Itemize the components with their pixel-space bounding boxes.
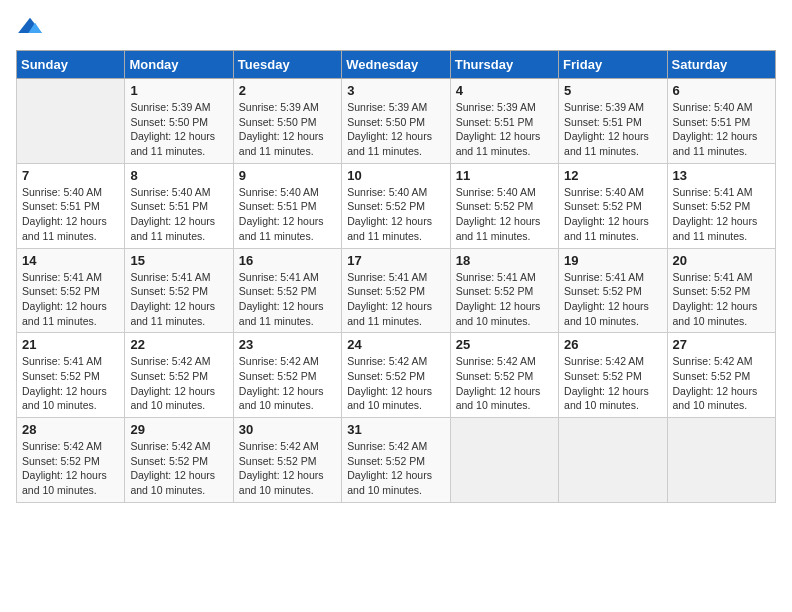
calendar-table: SundayMondayTuesdayWednesdayThursdayFrid…: [16, 50, 776, 503]
calendar-cell: 10Sunrise: 5:40 AM Sunset: 5:52 PM Dayli…: [342, 163, 450, 248]
day-info: Sunrise: 5:41 AM Sunset: 5:52 PM Dayligh…: [130, 270, 227, 329]
day-info: Sunrise: 5:41 AM Sunset: 5:52 PM Dayligh…: [22, 270, 119, 329]
day-info: Sunrise: 5:42 AM Sunset: 5:52 PM Dayligh…: [347, 354, 444, 413]
day-number: 16: [239, 253, 336, 268]
day-info: Sunrise: 5:42 AM Sunset: 5:52 PM Dayligh…: [22, 439, 119, 498]
calendar-day-header: Wednesday: [342, 51, 450, 79]
calendar-cell: 31Sunrise: 5:42 AM Sunset: 5:52 PM Dayli…: [342, 418, 450, 503]
calendar-day-header: Thursday: [450, 51, 558, 79]
calendar-cell: 11Sunrise: 5:40 AM Sunset: 5:52 PM Dayli…: [450, 163, 558, 248]
day-number: 23: [239, 337, 336, 352]
day-number: 19: [564, 253, 661, 268]
day-number: 8: [130, 168, 227, 183]
calendar-cell: 23Sunrise: 5:42 AM Sunset: 5:52 PM Dayli…: [233, 333, 341, 418]
day-info: Sunrise: 5:40 AM Sunset: 5:51 PM Dayligh…: [673, 100, 770, 159]
calendar-week-row: 28Sunrise: 5:42 AM Sunset: 5:52 PM Dayli…: [17, 418, 776, 503]
calendar-cell: 5Sunrise: 5:39 AM Sunset: 5:51 PM Daylig…: [559, 79, 667, 164]
day-info: Sunrise: 5:41 AM Sunset: 5:52 PM Dayligh…: [347, 270, 444, 329]
day-number: 11: [456, 168, 553, 183]
calendar-cell: 30Sunrise: 5:42 AM Sunset: 5:52 PM Dayli…: [233, 418, 341, 503]
day-number: 24: [347, 337, 444, 352]
calendar-cell: 13Sunrise: 5:41 AM Sunset: 5:52 PM Dayli…: [667, 163, 775, 248]
calendar-day-header: Friday: [559, 51, 667, 79]
day-number: 26: [564, 337, 661, 352]
calendar-cell: 25Sunrise: 5:42 AM Sunset: 5:52 PM Dayli…: [450, 333, 558, 418]
day-number: 29: [130, 422, 227, 437]
day-info: Sunrise: 5:41 AM Sunset: 5:52 PM Dayligh…: [564, 270, 661, 329]
calendar-cell: 22Sunrise: 5:42 AM Sunset: 5:52 PM Dayli…: [125, 333, 233, 418]
calendar-week-row: 1Sunrise: 5:39 AM Sunset: 5:50 PM Daylig…: [17, 79, 776, 164]
day-number: 2: [239, 83, 336, 98]
day-number: 18: [456, 253, 553, 268]
calendar-cell: 26Sunrise: 5:42 AM Sunset: 5:52 PM Dayli…: [559, 333, 667, 418]
calendar-cell: 14Sunrise: 5:41 AM Sunset: 5:52 PM Dayli…: [17, 248, 125, 333]
calendar-cell: [17, 79, 125, 164]
day-number: 3: [347, 83, 444, 98]
day-info: Sunrise: 5:39 AM Sunset: 5:51 PM Dayligh…: [564, 100, 661, 159]
day-info: Sunrise: 5:40 AM Sunset: 5:52 PM Dayligh…: [564, 185, 661, 244]
calendar-cell: 28Sunrise: 5:42 AM Sunset: 5:52 PM Dayli…: [17, 418, 125, 503]
day-info: Sunrise: 5:39 AM Sunset: 5:50 PM Dayligh…: [347, 100, 444, 159]
day-number: 1: [130, 83, 227, 98]
day-info: Sunrise: 5:42 AM Sunset: 5:52 PM Dayligh…: [673, 354, 770, 413]
calendar-cell: 15Sunrise: 5:41 AM Sunset: 5:52 PM Dayli…: [125, 248, 233, 333]
calendar-cell: 8Sunrise: 5:40 AM Sunset: 5:51 PM Daylig…: [125, 163, 233, 248]
calendar-cell: 7Sunrise: 5:40 AM Sunset: 5:51 PM Daylig…: [17, 163, 125, 248]
day-number: 6: [673, 83, 770, 98]
calendar-day-header: Saturday: [667, 51, 775, 79]
day-number: 9: [239, 168, 336, 183]
calendar-cell: 24Sunrise: 5:42 AM Sunset: 5:52 PM Dayli…: [342, 333, 450, 418]
calendar-cell: 12Sunrise: 5:40 AM Sunset: 5:52 PM Dayli…: [559, 163, 667, 248]
day-info: Sunrise: 5:42 AM Sunset: 5:52 PM Dayligh…: [456, 354, 553, 413]
calendar-cell: 2Sunrise: 5:39 AM Sunset: 5:50 PM Daylig…: [233, 79, 341, 164]
logo-icon: [16, 16, 44, 38]
day-number: 30: [239, 422, 336, 437]
calendar-week-row: 7Sunrise: 5:40 AM Sunset: 5:51 PM Daylig…: [17, 163, 776, 248]
calendar-cell: 20Sunrise: 5:41 AM Sunset: 5:52 PM Dayli…: [667, 248, 775, 333]
day-info: Sunrise: 5:41 AM Sunset: 5:52 PM Dayligh…: [456, 270, 553, 329]
calendar-week-row: 21Sunrise: 5:41 AM Sunset: 5:52 PM Dayli…: [17, 333, 776, 418]
calendar-cell: 21Sunrise: 5:41 AM Sunset: 5:52 PM Dayli…: [17, 333, 125, 418]
day-number: 17: [347, 253, 444, 268]
calendar-day-header: Tuesday: [233, 51, 341, 79]
day-info: Sunrise: 5:40 AM Sunset: 5:52 PM Dayligh…: [456, 185, 553, 244]
day-number: 14: [22, 253, 119, 268]
calendar-cell: [450, 418, 558, 503]
calendar-day-header: Sunday: [17, 51, 125, 79]
calendar-cell: [667, 418, 775, 503]
day-info: Sunrise: 5:40 AM Sunset: 5:52 PM Dayligh…: [347, 185, 444, 244]
day-info: Sunrise: 5:42 AM Sunset: 5:52 PM Dayligh…: [564, 354, 661, 413]
day-info: Sunrise: 5:42 AM Sunset: 5:52 PM Dayligh…: [130, 354, 227, 413]
day-number: 21: [22, 337, 119, 352]
logo: [16, 16, 48, 38]
page-header: [16, 16, 776, 38]
day-number: 22: [130, 337, 227, 352]
day-info: Sunrise: 5:39 AM Sunset: 5:50 PM Dayligh…: [239, 100, 336, 159]
calendar-cell: 29Sunrise: 5:42 AM Sunset: 5:52 PM Dayli…: [125, 418, 233, 503]
calendar-week-row: 14Sunrise: 5:41 AM Sunset: 5:52 PM Dayli…: [17, 248, 776, 333]
day-number: 5: [564, 83, 661, 98]
day-info: Sunrise: 5:42 AM Sunset: 5:52 PM Dayligh…: [130, 439, 227, 498]
day-number: 7: [22, 168, 119, 183]
day-number: 10: [347, 168, 444, 183]
calendar-cell: 6Sunrise: 5:40 AM Sunset: 5:51 PM Daylig…: [667, 79, 775, 164]
day-number: 4: [456, 83, 553, 98]
calendar-cell: 17Sunrise: 5:41 AM Sunset: 5:52 PM Dayli…: [342, 248, 450, 333]
day-info: Sunrise: 5:42 AM Sunset: 5:52 PM Dayligh…: [239, 439, 336, 498]
day-info: Sunrise: 5:41 AM Sunset: 5:52 PM Dayligh…: [673, 185, 770, 244]
calendar-header-row: SundayMondayTuesdayWednesdayThursdayFrid…: [17, 51, 776, 79]
calendar-cell: 27Sunrise: 5:42 AM Sunset: 5:52 PM Dayli…: [667, 333, 775, 418]
day-number: 13: [673, 168, 770, 183]
day-number: 27: [673, 337, 770, 352]
day-info: Sunrise: 5:39 AM Sunset: 5:50 PM Dayligh…: [130, 100, 227, 159]
day-number: 20: [673, 253, 770, 268]
day-info: Sunrise: 5:42 AM Sunset: 5:52 PM Dayligh…: [239, 354, 336, 413]
calendar-cell: 1Sunrise: 5:39 AM Sunset: 5:50 PM Daylig…: [125, 79, 233, 164]
day-info: Sunrise: 5:41 AM Sunset: 5:52 PM Dayligh…: [22, 354, 119, 413]
calendar-cell: 16Sunrise: 5:41 AM Sunset: 5:52 PM Dayli…: [233, 248, 341, 333]
day-info: Sunrise: 5:41 AM Sunset: 5:52 PM Dayligh…: [239, 270, 336, 329]
calendar-day-header: Monday: [125, 51, 233, 79]
day-number: 12: [564, 168, 661, 183]
calendar-cell: 19Sunrise: 5:41 AM Sunset: 5:52 PM Dayli…: [559, 248, 667, 333]
day-number: 31: [347, 422, 444, 437]
